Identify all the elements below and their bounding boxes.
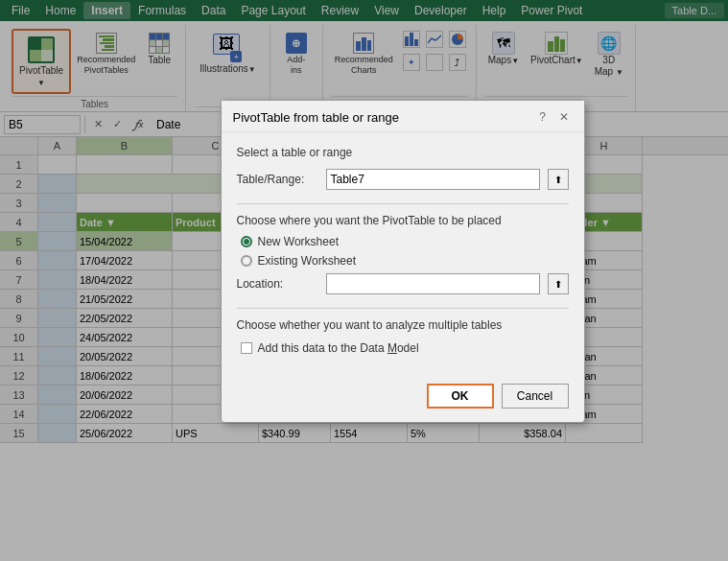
data-model-row: Add this data to the Data Model [237, 341, 569, 355]
existing-worksheet-radio[interactable] [241, 255, 252, 267]
new-worksheet-label: New Worksheet [258, 235, 339, 248]
model-section-label: Choose whether you want to analyze multi… [237, 318, 569, 332]
location-input[interactable] [326, 273, 540, 294]
table-range-selector-btn[interactable]: ⬆ [548, 169, 569, 190]
data-model-label: Add this data to the Data Model [258, 341, 419, 355]
table-range-row: Table/Range: Table7 ⬆ [237, 169, 569, 190]
existing-worksheet-row: Existing Worksheet [237, 254, 569, 268]
location-row: Location: ⬆ [237, 273, 569, 294]
existing-worksheet-label: Existing Worksheet [258, 254, 357, 268]
placement-label: Choose where you want the PivotTable to … [237, 214, 569, 227]
new-worksheet-radio[interactable] [241, 236, 252, 247]
ok-button[interactable]: OK [427, 384, 494, 409]
select-range-label: Select a table or range [237, 146, 569, 159]
dialog-body: Select a table or range Table/Range: Tab… [222, 137, 584, 384]
table-range-label: Table/Range: [237, 173, 318, 186]
table-range-input[interactable]: Table7 [326, 169, 540, 190]
location-selector-btn[interactable]: ⬆ [548, 273, 569, 294]
model-link[interactable]: M [387, 341, 397, 355]
cancel-button[interactable]: Cancel [502, 384, 569, 409]
pivot-table-dialog: PivotTable from table or range ? ✕ Selec… [221, 137, 585, 423]
dialog-overlay: PivotTable from table or range ? ✕ Selec… [0, 137, 728, 561]
dialog-footer: OK Cancel [222, 384, 584, 422]
location-label: Location: [237, 277, 318, 291]
data-model-checkbox[interactable] [241, 342, 252, 354]
new-worksheet-row: New Worksheet [237, 235, 569, 248]
